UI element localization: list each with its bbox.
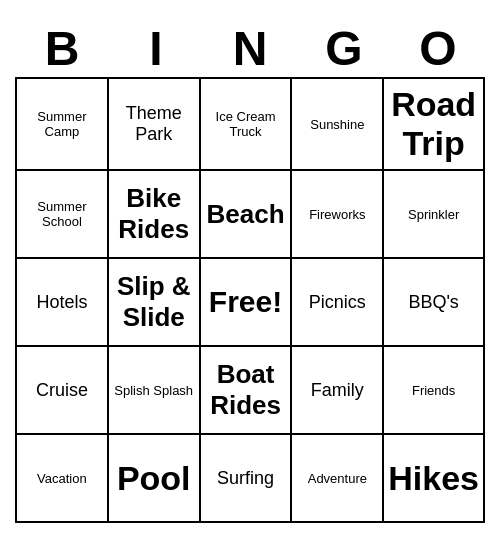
cell-text: Family bbox=[311, 380, 364, 401]
cell-text: Fireworks bbox=[309, 207, 365, 222]
bingo-cell: Summer School bbox=[17, 171, 109, 259]
bingo-cell: Cruise bbox=[17, 347, 109, 435]
bingo-cell: Pool bbox=[109, 435, 201, 523]
cell-text: Pool bbox=[117, 459, 191, 498]
bingo-cell: Picnics bbox=[292, 259, 384, 347]
cell-text: Road Trip bbox=[388, 85, 479, 163]
cell-text: Hotels bbox=[36, 292, 87, 313]
bingo-cell: Bike Rides bbox=[109, 171, 201, 259]
cell-text: Beach bbox=[207, 199, 285, 230]
cell-text: Slip & Slide bbox=[113, 271, 195, 333]
cell-text: Sunshine bbox=[310, 117, 364, 132]
bingo-cell: Boat Rides bbox=[201, 347, 293, 435]
cell-text: Ice Cream Truck bbox=[205, 109, 287, 139]
cell-text: Bike Rides bbox=[113, 183, 195, 245]
bingo-cell: Family bbox=[292, 347, 384, 435]
header-letter: N bbox=[203, 21, 297, 77]
header-letter: G bbox=[297, 21, 391, 77]
bingo-cell: Fireworks bbox=[292, 171, 384, 259]
header-letter: B bbox=[15, 21, 109, 77]
cell-text: Free! bbox=[209, 285, 282, 319]
bingo-cell: Splish Splash bbox=[109, 347, 201, 435]
bingo-cell: Slip & Slide bbox=[109, 259, 201, 347]
cell-text: Picnics bbox=[309, 292, 366, 313]
bingo-cell: Adventure bbox=[292, 435, 384, 523]
bingo-cell: Hikes bbox=[384, 435, 485, 523]
cell-text: Cruise bbox=[36, 380, 88, 401]
cell-text: Theme Park bbox=[113, 103, 195, 145]
cell-text: Summer Camp bbox=[21, 109, 103, 139]
bingo-cell: Hotels bbox=[17, 259, 109, 347]
cell-text: Vacation bbox=[37, 471, 87, 486]
bingo-cell: Vacation bbox=[17, 435, 109, 523]
cell-text: Splish Splash bbox=[114, 383, 193, 398]
cell-text: Adventure bbox=[308, 471, 367, 486]
bingo-cell: Sprinkler bbox=[384, 171, 485, 259]
header-letter: I bbox=[109, 21, 203, 77]
bingo-cell: Road Trip bbox=[384, 79, 485, 171]
header-letter: O bbox=[391, 21, 485, 77]
bingo-card: BINGO Summer CampTheme ParkIce Cream Tru… bbox=[15, 21, 485, 523]
bingo-cell: BBQ's bbox=[384, 259, 485, 347]
cell-text: Friends bbox=[412, 383, 455, 398]
bingo-cell: Sunshine bbox=[292, 79, 384, 171]
bingo-cell: Free! bbox=[201, 259, 293, 347]
bingo-header: BINGO bbox=[15, 21, 485, 77]
cell-text: Hikes bbox=[388, 459, 479, 498]
bingo-cell: Theme Park bbox=[109, 79, 201, 171]
bingo-cell: Summer Camp bbox=[17, 79, 109, 171]
cell-text: Boat Rides bbox=[205, 359, 287, 421]
bingo-cell: Friends bbox=[384, 347, 485, 435]
bingo-cell: Ice Cream Truck bbox=[201, 79, 293, 171]
cell-text: Surfing bbox=[217, 468, 274, 489]
bingo-cell: Surfing bbox=[201, 435, 293, 523]
cell-text: Sprinkler bbox=[408, 207, 459, 222]
cell-text: BBQ's bbox=[408, 292, 458, 313]
bingo-cell: Beach bbox=[201, 171, 293, 259]
bingo-grid: Summer CampTheme ParkIce Cream TruckSuns… bbox=[15, 77, 485, 523]
cell-text: Summer School bbox=[21, 199, 103, 229]
